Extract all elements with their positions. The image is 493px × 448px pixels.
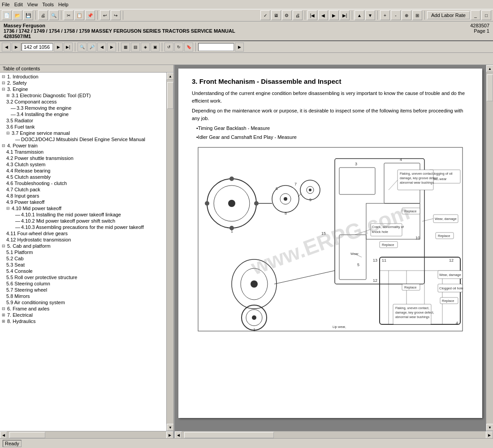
toc-item[interactable]: 5.4 Console	[0, 268, 166, 274]
next-btn[interactable]: ▶	[329, 10, 339, 20]
menu-file[interactable]: File	[2, 2, 10, 7]
toc-item[interactable]: ⊟ 6. Frame and axles	[0, 306, 166, 312]
toc-item[interactable]: ⊟ 2. Safety	[0, 80, 166, 86]
expand-icon[interactable]: ⊞	[6, 93, 10, 98]
toc-item[interactable]: — 3.4 Installing the engine	[0, 111, 166, 117]
nav-forward-btn[interactable]: ▶	[12, 43, 21, 52]
undo-btn[interactable]: ↩	[100, 10, 110, 20]
toc-item[interactable]: 3.2 Componant access	[0, 99, 166, 105]
add-labor-rate-button[interactable]: Add Labor Rate	[427, 11, 470, 19]
zoom-in-btn[interactable]: 🔍	[78, 43, 86, 52]
toc-item[interactable]: — 4.10.3 Assembling precautions for the …	[0, 224, 166, 230]
toc-hscroll-left[interactable]: ◀	[0, 431, 7, 438]
search-input[interactable]	[198, 43, 234, 51]
toc-item[interactable]: ⊟ 1. Introduction	[0, 73, 166, 80]
expand-icon[interactable]: ⊟	[2, 81, 5, 85]
toc-item[interactable]: — 4.10.2 Mid power takeoff power shift s…	[0, 218, 166, 224]
bookmark-btn[interactable]: 🔖	[184, 43, 193, 52]
toc-item[interactable]: 4.7 Clutch pack	[0, 186, 166, 193]
toc-item[interactable]: ⊟ 4.10 Mid power takeoff	[0, 205, 166, 211]
expand-icon[interactable]: ⊟	[2, 74, 5, 79]
view-btn2[interactable]: ▤	[131, 43, 140, 52]
doc-scroll-up[interactable]: ▲	[486, 65, 493, 72]
expand-icon[interactable]: ⊟	[2, 143, 5, 148]
print2-btn[interactable]: 🖨	[293, 10, 303, 20]
paste-btn[interactable]: 📌	[85, 10, 95, 20]
expand-icon[interactable]: ⊟	[6, 206, 10, 211]
menu-tools[interactable]: Tools	[42, 2, 54, 7]
doc-scrollbar-v[interactable]: ▲ ▼	[486, 65, 493, 431]
nav-last-btn[interactable]: ▶|	[64, 43, 73, 52]
export-btn[interactable]: ⊞	[412, 10, 422, 20]
cut-btn[interactable]: ✂	[64, 10, 74, 20]
copy-btn[interactable]: 📋	[74, 10, 84, 20]
menu-view[interactable]: View	[27, 2, 38, 7]
prev-btn[interactable]: ◀	[318, 10, 328, 20]
toc-item[interactable]: 3.6 Fuel tank	[0, 124, 166, 130]
rotate-right-btn[interactable]: ↻	[174, 43, 183, 52]
first-btn[interactable]: |◀	[307, 10, 317, 20]
monitor-btn[interactable]: 🖥	[271, 10, 281, 20]
settings-btn[interactable]: ⚙	[282, 10, 292, 20]
toc-item[interactable]: 5.2 Cab	[0, 255, 166, 262]
toc-item[interactable]: 5.6 Steering column	[0, 280, 166, 287]
open-btn[interactable]: 📂	[13, 10, 22, 20]
toc-item[interactable]: — 4.10.1 Installing the mid power takeof…	[0, 211, 166, 218]
toc-hscroll-right[interactable]: ▶	[166, 431, 173, 438]
doc-hscroll[interactable]: ◀ ▶	[175, 431, 493, 438]
add-btn[interactable]: +	[380, 10, 390, 20]
print-btn[interactable]: 🖨	[38, 10, 48, 20]
toc-item[interactable]: ⊟ 3.7 Engine service manual	[0, 130, 166, 136]
remove-btn[interactable]: -	[391, 10, 401, 20]
toc-item[interactable]: 3.5 Radiator	[0, 117, 166, 124]
toc-item[interactable]: 5.1 Platform	[0, 249, 166, 255]
redo-btn[interactable]: ↪	[111, 10, 121, 20]
save-btn[interactable]: 💾	[23, 10, 33, 20]
toc-item[interactable]: 5.5 Roll over protective structure	[0, 274, 166, 280]
doc-hscroll-right[interactable]: ▶	[486, 431, 493, 438]
toc-item[interactable]: 4.12 Hydrostatic transmission	[0, 237, 166, 243]
toc-item[interactable]: ⊟ 3. Engine	[0, 86, 166, 92]
expand-icon[interactable]: ⊞	[2, 319, 5, 323]
expand-icon[interactable]: ⊟	[6, 131, 10, 135]
menu-help[interactable]: Help	[58, 2, 69, 7]
menu-edit[interactable]: Edit	[14, 2, 23, 7]
down-btn[interactable]: ▼	[365, 10, 375, 20]
maximize-btn[interactable]: □	[481, 10, 491, 20]
doc-scroll-down[interactable]: ▼	[486, 424, 493, 431]
preview-btn[interactable]: 🔍	[49, 10, 59, 20]
up-btn[interactable]: ▲	[355, 10, 364, 20]
toc-item[interactable]: 4.5 Clutch assembly	[0, 174, 166, 180]
zoom-prev-btn[interactable]: ◀	[97, 43, 106, 52]
view-btn4[interactable]: ▣	[151, 43, 160, 52]
toc-item[interactable]: ⊞ 3.1 Electronic Diagnostic Tool (EDT)	[0, 92, 166, 99]
toc-hscroll-thumb[interactable]	[9, 432, 45, 438]
toc-scrollbar[interactable]: ▲ ▼	[166, 73, 173, 431]
toc-item[interactable]: — 3.3 Removing the engine	[0, 105, 166, 111]
toc-item[interactable]: ⊞ 8. Hydraulics	[0, 318, 166, 324]
toc-item[interactable]: 4.9 Power takeoff	[0, 199, 166, 205]
search-go-btn[interactable]: ▶	[235, 43, 244, 52]
doc-hscroll-left[interactable]: ◀	[175, 431, 182, 438]
last-btn[interactable]: ▶|	[340, 10, 350, 20]
toc-scroll-down[interactable]: ▼	[167, 424, 173, 431]
toc-item[interactable]: 4.6 Troubleshooting - clutch	[0, 180, 166, 186]
expand-icon[interactable]: ⊟	[2, 87, 5, 91]
doc-scroll-thumb[interactable]	[487, 74, 493, 101]
toc-item[interactable]: 4.1 Transmission	[0, 149, 166, 155]
toc-scroll-up[interactable]: ▲	[167, 73, 173, 80]
new-btn[interactable]: 📄	[2, 10, 12, 20]
copy2-btn[interactable]: ⊕	[402, 10, 411, 20]
toc-item[interactable]: ⊟ 4. Power train	[0, 142, 166, 149]
toc-scroll-thumb[interactable]	[167, 82, 173, 109]
zoom-next-btn[interactable]: ▶	[107, 43, 116, 52]
toc-item[interactable]: ⊟ 5. Cab and platform	[0, 243, 166, 249]
minimize-btn[interactable]: _	[471, 10, 480, 20]
toc-item[interactable]: 5.7 Steering wheel	[0, 287, 166, 293]
toc-item[interactable]: ⊞ 7. Electrical	[0, 312, 166, 318]
view-btn3[interactable]: ◈	[141, 43, 150, 52]
toc-hscroll[interactable]: ◀ ▶	[0, 431, 173, 438]
expand-icon[interactable]: ⊞	[2, 313, 5, 317]
expand-icon[interactable]: ⊟	[2, 306, 5, 311]
toc-item[interactable]: 4.2 Power shuttle transmission	[0, 155, 166, 161]
